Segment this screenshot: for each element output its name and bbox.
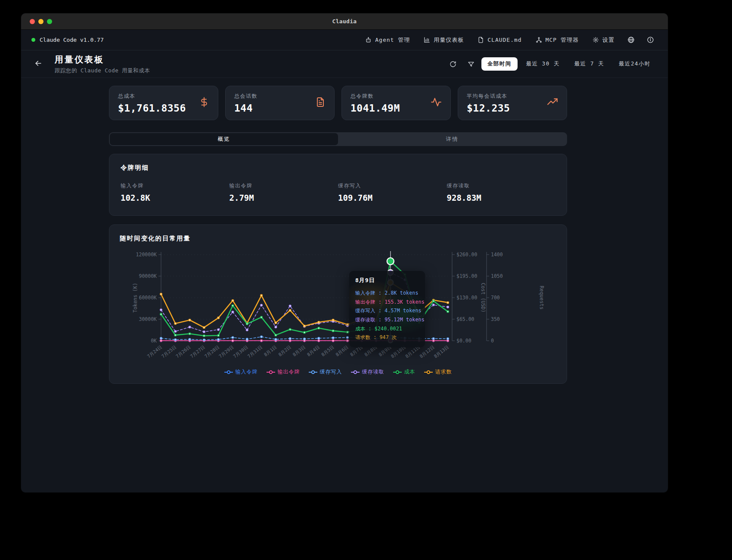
arrow-left-icon (34, 61, 43, 69)
chart-body: 0K30000K60000K90000K120000KTokens (K)$0.… (120, 249, 556, 367)
svg-text:8月4日: 8月4日 (306, 344, 321, 357)
window-title: Claudia (332, 18, 357, 25)
nav-item-usage-dashboard[interactable]: 用量仪表板 (419, 33, 469, 47)
svg-text:7月31日: 7月31日 (246, 344, 263, 359)
svg-text:0K: 0K (151, 338, 157, 344)
file-icon (478, 37, 484, 43)
trending-up-icon (547, 96, 558, 109)
svg-text:8月3日: 8月3日 (292, 344, 306, 357)
network-icon (536, 37, 542, 43)
svg-text:$65.00: $65.00 (456, 316, 475, 322)
tab-overview[interactable]: 概览 (110, 133, 338, 145)
info-icon (647, 36, 654, 44)
svg-text:7月30日: 7月30日 (232, 344, 249, 359)
legend-item[interactable]: 请求数 (424, 368, 452, 376)
page-header: 用量仪表板 跟踪您的 Claude Code 用量和成本 全部时间 最近 30 … (21, 50, 668, 78)
app-nav: Agent 管理 用量仪表板 CLAUDE.md MCP 管理器 (360, 33, 658, 47)
token-breakdown-title: 令牌明细 (121, 164, 555, 172)
stat-label: 平均每会话成本 (467, 93, 510, 100)
nav-item-claude-md[interactable]: CLAUDE.md (472, 34, 527, 46)
stat-label: 总令牌数 (350, 93, 400, 100)
time-filter-30d[interactable]: 最近 30 天 (520, 57, 566, 71)
legend-marker-icon (393, 370, 402, 374)
legend-marker-icon (351, 370, 360, 374)
svg-text:700: 700 (491, 295, 500, 301)
stat-card-total-tokens: 总令牌数 1041.49M (341, 86, 451, 120)
tab-details[interactable]: 详情 (338, 133, 566, 145)
stat-value: 1041.49M (350, 103, 400, 114)
app-window: Claudia Claude Code v1.0.77 Agent 管理 用量仪… (21, 13, 668, 493)
token-breakdown-card: 令牌明细 输入令牌 102.8K 输出令牌 2.79M 缓存写入 109.76M… (109, 154, 567, 216)
legend-marker-icon (267, 370, 275, 374)
refresh-icon (450, 61, 456, 68)
svg-text:350: 350 (491, 316, 500, 322)
filter-icon (468, 61, 475, 68)
svg-text:8月13日: 8月13日 (433, 344, 450, 359)
legend-marker-icon (224, 370, 233, 374)
activity-icon (431, 96, 442, 109)
legend-item[interactable]: 缓存写入 (309, 368, 342, 376)
bot-icon (365, 37, 372, 43)
nav-item-mcp-manager[interactable]: MCP 管理器 (530, 33, 584, 47)
time-filter-all[interactable]: 全部时间 (481, 57, 518, 71)
legend-marker-icon (309, 370, 317, 374)
about-info-button[interactable] (642, 33, 658, 47)
nav-item-label: 设置 (602, 36, 614, 44)
bar-chart-icon (424, 37, 430, 43)
token-breakdown-cache-write: 缓存写入 109.76M (338, 182, 447, 202)
svg-text:$195.00: $195.00 (456, 273, 478, 279)
token-breakdown-cache-read: 缓存读取 928.83M (447, 182, 556, 202)
tooltip-row: 请求数 : 947 次 (355, 333, 419, 342)
zoom-window-button[interactable] (47, 19, 52, 24)
svg-text:90000K: 90000K (139, 273, 157, 279)
back-button[interactable] (31, 56, 45, 72)
legend-item[interactable]: 输出令牌 (267, 368, 300, 376)
tooltip-row: 输入令牌 : 2.8K tokens (355, 289, 419, 298)
nav-item-settings[interactable]: 设置 (587, 33, 620, 47)
stat-card-total-cost: 总成本 $1,761.8356 (109, 86, 218, 120)
svg-text:1050: 1050 (491, 273, 503, 279)
language-globe-button[interactable] (623, 33, 639, 47)
globe-icon (627, 36, 635, 44)
tooltip-date: 8月9日 (355, 277, 419, 284)
refresh-button[interactable] (445, 57, 461, 71)
dollar-icon (199, 97, 209, 109)
svg-text:Cost (USD): Cost (USD) (480, 283, 486, 312)
filter-button[interactable] (463, 57, 479, 71)
stat-cards-row: 总成本 $1,761.8356 总会话数 144 总令牌数 (109, 86, 567, 120)
stat-label: 总成本 (118, 93, 186, 100)
svg-text:8月6日: 8月6日 (335, 344, 349, 357)
close-window-button[interactable] (30, 19, 35, 24)
svg-text:7月28日: 7月28日 (204, 344, 220, 359)
tooltip-row: 输出令牌 : 155.3K tokens (355, 298, 419, 307)
svg-text:7月24日: 7月24日 (146, 344, 163, 359)
svg-text:120000K: 120000K (136, 252, 157, 258)
time-filter-24h[interactable]: 最近24小时 (613, 57, 657, 71)
stat-value: $1,761.8356 (118, 103, 186, 114)
svg-text:30000K: 30000K (139, 316, 157, 322)
svg-text:Requests: Requests (539, 286, 545, 309)
traffic-lights (30, 19, 52, 24)
nav-item-label: MCP 管理器 (546, 36, 579, 44)
time-filter-7d[interactable]: 最近 7 天 (568, 57, 610, 71)
svg-text:7月25日: 7月25日 (161, 344, 177, 359)
chart-tooltip: 8月9日 输入令牌 : 2.8K tokens输出令牌 : 155.3K tok… (349, 271, 425, 347)
page-title: 用量仪表板 (55, 54, 150, 65)
legend-item[interactable]: 缓存读取 (351, 368, 385, 376)
tooltip-row: 成本 : $240.0021 (355, 324, 419, 333)
tooltip-row: 缓存读取 : 95.12M tokens (355, 315, 419, 324)
legend-item[interactable]: 成本 (393, 368, 416, 376)
nav-item-label: Agent 管理 (375, 36, 410, 44)
minimize-window-button[interactable] (38, 19, 43, 24)
nav-item-agents[interactable]: Agent 管理 (360, 33, 415, 47)
svg-text:$130.00: $130.00 (456, 295, 478, 301)
tooltip-row: 缓存写入 : 4.57M tokens (355, 306, 419, 315)
daily-usage-card: 随时间变化的日常用量 0K30000K60000K90000K120000KTo… (109, 224, 567, 384)
app-version-label: Claude Code v1.0.77 (40, 37, 104, 43)
view-tabs: 概览 详情 (109, 132, 567, 146)
page-subtitle: 跟踪您的 Claude Code 用量和成本 (55, 67, 150, 75)
svg-text:8月1日: 8月1日 (263, 344, 278, 357)
svg-text:7月26日: 7月26日 (175, 344, 192, 359)
svg-text:$260.00: $260.00 (456, 252, 478, 258)
legend-item[interactable]: 输入令牌 (224, 368, 258, 376)
